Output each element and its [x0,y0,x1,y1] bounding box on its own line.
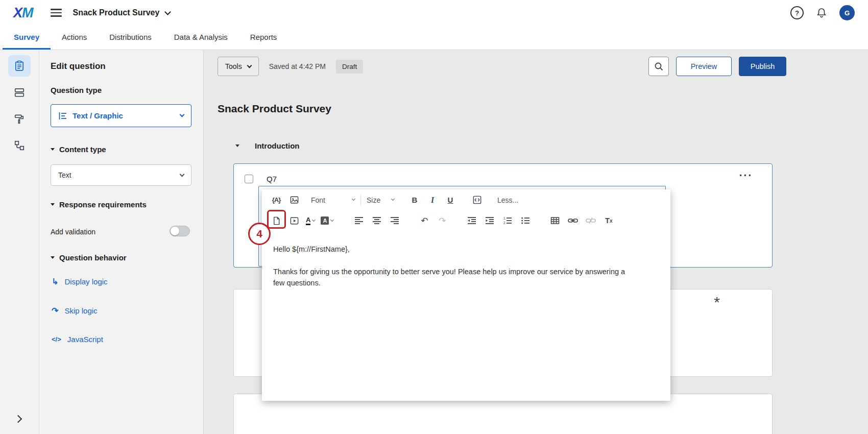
undo-button[interactable]: ↶ [418,214,430,227]
chevron-down-icon [391,197,395,201]
background-color-letter: A [321,216,329,225]
increase-indent-button[interactable] [484,214,496,227]
question-type-dropdown[interactable]: Text / Graphic [51,104,191,127]
rail-item-blocks[interactable] [8,82,31,103]
display-logic-label: Display logic [64,277,107,286]
insert-file-button[interactable] [270,214,282,227]
decrease-indent-button[interactable] [466,214,478,227]
add-validation-toggle[interactable] [170,226,190,236]
rte-content-area[interactable]: Hello ${m://FirstName}, Thanks for givin… [262,231,648,288]
redo-button[interactable]: ↷ [436,214,448,227]
help-icon[interactable]: ? [790,6,804,19]
logo-x: X [13,5,22,20]
bold-button[interactable]: B [408,194,421,207]
expand-rail-chevron-icon[interactable] [15,415,21,424]
insert-table-button[interactable] [549,214,561,227]
skip-logic-label: Skip logic [64,306,97,315]
block-title[interactable]: Introduction [255,141,299,150]
size-dropdown[interactable]: Size [367,196,394,204]
toolbar-divider [360,195,361,206]
text-color-letter: A [306,216,310,225]
user-avatar[interactable]: G [839,5,855,20]
search-icon [654,61,664,71]
italic-button[interactable]: I [426,194,439,207]
insert-image-button[interactable] [288,194,300,207]
question-options-ellipsis[interactable]: ··· [739,169,753,182]
rail-item-survey-builder[interactable] [8,55,31,77]
notifications-bell-icon[interactable] [816,7,827,18]
question-behavior-section-header[interactable]: Question behavior [51,253,127,262]
remove-link-button[interactable] [585,214,597,227]
primary-nav: Survey Actions Distributions Data & Anal… [0,26,868,50]
edit-question-panel: Edit question Question type Text / Graph… [39,50,204,434]
tab-survey[interactable]: Survey [3,26,51,50]
collapse-triangle-icon [51,203,55,206]
chevron-down-icon [312,218,316,221]
tab-actions[interactable]: Actions [51,26,98,50]
chevron-down-icon [164,9,171,15]
survey-name-label: Snack Product Survey [73,8,160,17]
svg-text:2.: 2. [503,221,507,225]
collapse-triangle-icon [51,148,55,151]
block-collapse-triangle-icon[interactable] [235,144,239,147]
response-requirements-section-header[interactable]: Response requirements [51,200,147,209]
hamburger-menu-icon[interactable] [51,7,62,19]
tab-data-analysis[interactable]: Data & Analysis [163,26,239,50]
question-checkbox[interactable] [245,175,253,183]
block-header: Introduction [235,141,299,150]
canvas-action-bar-left: Tools Saved at 4:42 PM Draft [218,57,363,76]
align-right-button[interactable] [389,214,401,227]
insert-link-button[interactable] [567,214,579,227]
tools-label: Tools [225,62,242,70]
tab-distributions[interactable]: Distributions [98,26,163,50]
editor-paragraph-greeting: Hello ${m://FirstName}, [273,244,637,255]
logo-m: M [22,5,33,20]
insert-media-button[interactable] [288,214,300,227]
publish-button[interactable]: Publish [739,57,786,76]
chevron-down-icon [180,172,185,177]
size-dropdown-label: Size [367,196,380,204]
toggle-knob [171,227,179,235]
display-logic-link[interactable]: ↳ Display logic [52,277,108,286]
autosave-status: Saved at 4:42 PM [269,62,326,70]
piped-text-button[interactable]: {A} [270,194,282,207]
preview-button[interactable]: Preview [676,57,732,76]
survey-builder-icon [14,60,25,71]
search-button[interactable] [648,57,669,76]
javascript-link[interactable]: </> JavaScript [52,335,103,344]
tools-button[interactable]: Tools [218,57,259,76]
collapse-triangle-icon [51,256,55,259]
align-left-button[interactable] [353,214,365,227]
background-color-button[interactable]: A [321,216,333,225]
bulleted-list-button[interactable] [519,214,532,227]
panel-title: Edit question [51,61,106,71]
chevron-down-icon [330,218,334,221]
font-dropdown[interactable]: Font [311,196,355,204]
content-type-dropdown[interactable]: Text [51,164,191,186]
toolbar-less-toggle[interactable]: Less... [497,196,518,204]
question-type-label: Question type [51,86,102,94]
top-app-bar: XM Snack Product Survey ? G [0,0,868,26]
skip-logic-link[interactable]: ↷ Skip logic [52,306,98,316]
underline-button[interactable]: U [444,194,456,207]
required-asterisk: * [714,294,720,311]
source-code-button[interactable] [471,194,483,207]
clear-formatting-button[interactable]: Tx [602,214,615,227]
text-color-button[interactable]: A [306,216,315,225]
rail-item-survey-flow[interactable] [8,135,31,156]
content-type-section-header[interactable]: Content type [51,145,106,154]
text-graphic-icon [58,111,67,120]
rail-item-look-feel[interactable] [8,108,31,130]
numbered-list-button[interactable]: 1.2. [501,214,514,227]
rich-text-editor: {A} Font Size B I U Less... [262,189,670,401]
svg-text:1.: 1. [503,216,507,220]
skip-logic-icon: ↷ [52,306,58,316]
survey-flow-icon [14,140,25,151]
align-center-button[interactable] [371,214,383,227]
status-badge: Draft [336,60,363,74]
topbar-actions: ? G [790,5,855,20]
survey-name-menu[interactable]: Snack Product Survey [73,8,171,17]
tab-reports[interactable]: Reports [239,26,288,50]
content-type-label: Content type [59,145,106,154]
blocks-icon [14,87,25,98]
